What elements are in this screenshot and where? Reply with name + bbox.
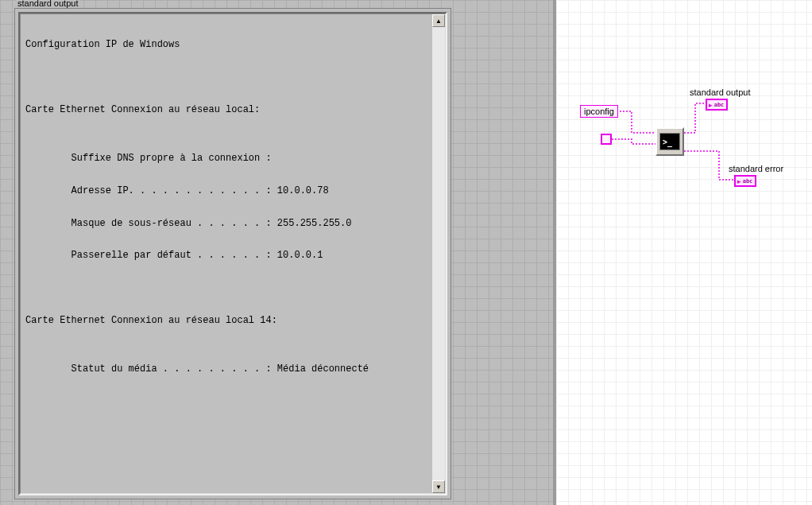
system-exec-node[interactable] <box>655 127 684 156</box>
string-indicator[interactable]: Configuration IP de Windows Carte Ethern… <box>18 12 447 495</box>
standard-output-text: Configuration IP de Windows Carte Ethern… <box>21 14 432 493</box>
scroll-up-button[interactable]: ▲ <box>432 14 445 27</box>
wires <box>556 0 810 239</box>
empty-string-constant[interactable] <box>601 134 612 145</box>
block-diagram: ipconfig standard output abc standard er… <box>556 0 812 505</box>
terminal-icon <box>659 133 680 150</box>
standard-output-group: standard output Configuration IP de Wind… <box>14 0 451 499</box>
string-type-icon: abc <box>714 102 725 108</box>
front-panel: standard output Configuration IP de Wind… <box>0 0 556 505</box>
scroll-down-button[interactable]: ▼ <box>432 480 445 493</box>
standard-error-terminal-label: standard error <box>729 164 783 173</box>
standard-output-terminal-label: standard output <box>690 87 750 97</box>
standard-error-terminal[interactable]: abc <box>734 175 756 187</box>
scroll-track[interactable] <box>432 27 445 480</box>
string-indicator-frame: Configuration IP de Windows Carte Ethern… <box>14 8 451 499</box>
scrollbar[interactable]: ▲ ▼ <box>432 14 445 493</box>
standard-output-label: standard output <box>16 0 79 8</box>
standard-output-terminal[interactable]: abc <box>706 99 728 111</box>
command-string-constant[interactable]: ipconfig <box>580 105 618 118</box>
string-type-icon: abc <box>743 178 753 185</box>
